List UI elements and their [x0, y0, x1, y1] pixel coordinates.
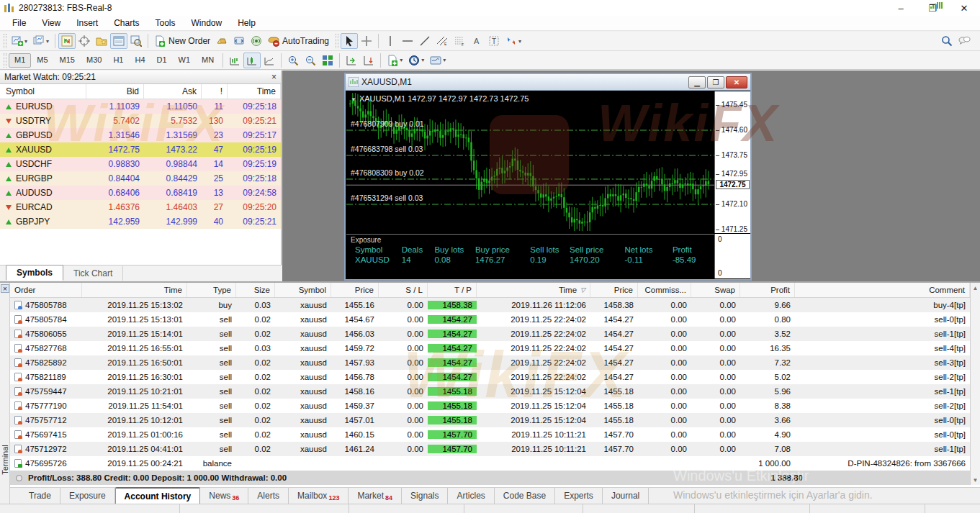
data-window-button[interactable] — [76, 33, 93, 49]
trendline-tool-button[interactable] — [416, 33, 433, 49]
menu-item-insert[interactable]: Insert — [68, 17, 106, 29]
menu-item-window[interactable]: Window — [184, 17, 230, 29]
history-row[interactable]: 4758211892019.11.25 16:30:01sell0.02xauu… — [10, 370, 970, 384]
timeframe-w1-button[interactable]: W1 — [173, 53, 197, 68]
chart-minimize-button[interactable]: ▁ — [688, 76, 706, 88]
market-watch-row[interactable]: XAUUSD1472.751473.224709:25:19 — [0, 142, 281, 157]
mw-column-[interactable]: ! — [202, 84, 228, 99]
candlestick-chart-button[interactable] — [243, 53, 261, 68]
terminal-tab-mailbox[interactable]: Mailbox123 — [289, 488, 349, 505]
history-column-sl[interactable]: S / L — [379, 283, 428, 297]
chart-close-button[interactable]: ✕ — [726, 76, 747, 88]
channel-tool-button[interactable]: E — [433, 33, 451, 49]
terminal-tab-market[interactable]: Market84 — [349, 488, 402, 505]
text-tool-button[interactable]: A — [468, 33, 485, 49]
minimize-button[interactable]: – — [885, 0, 917, 16]
arrows-tool-button[interactable]: ▾ — [503, 33, 524, 49]
terminal-tab-account-history[interactable]: Account History — [115, 487, 201, 505]
history-column-type[interactable]: Type — [187, 283, 236, 297]
history-row[interactable]: 4758057882019.11.25 15:13:02buy0.03xauus… — [10, 298, 970, 312]
terminal-toggle-button[interactable] — [110, 33, 127, 49]
history-row[interactable]: 4758057842019.11.25 15:13:01sell0.02xauu… — [10, 312, 970, 327]
chart-window-titlebar[interactable]: XAUUSD,M1 ▁ ❐ ✕ — [346, 74, 750, 91]
timeframe-m15-button[interactable]: M15 — [54, 53, 81, 68]
terminal-tab-alerts[interactable]: Alerts — [248, 488, 289, 504]
new-order-button[interactable]: New Order — [151, 33, 213, 49]
menu-item-help[interactable]: Help — [230, 17, 264, 29]
horizontal-line-tool-button[interactable] — [399, 33, 416, 49]
menu-item-tools[interactable]: Tools — [148, 17, 184, 29]
mw-column-symbol[interactable]: Symbol — [0, 84, 86, 99]
terminal-tab-journal[interactable]: Journal — [603, 488, 649, 504]
mw-column-time[interactable]: Time — [228, 84, 281, 99]
scroll-down-icon[interactable]: ▼ — [971, 475, 980, 485]
market-watch-toggle-button[interactable] — [58, 33, 76, 49]
search-button[interactable] — [938, 33, 956, 49]
price-chart[interactable]: ▼XAUUSD,M1 1472.97 1472.97 1472.73 1472.… — [346, 91, 714, 233]
timeframe-h1-button[interactable]: H1 — [107, 53, 129, 68]
metaeditor-button[interactable] — [230, 33, 248, 49]
terminal-close-icon[interactable]: × — [1, 284, 9, 293]
terminal-tab-news[interactable]: News36 — [200, 488, 248, 505]
line-chart-button[interactable] — [261, 53, 278, 68]
history-column-price[interactable]: Price — [590, 283, 638, 297]
periods-button[interactable]: ▾ — [405, 53, 427, 68]
history-row[interactable]: 4757771902019.11.25 11:54:01sell0.02xauu… — [10, 399, 970, 413]
chat-button[interactable] — [956, 33, 973, 49]
mw-tab-tick-chart[interactable]: Tick Chart — [63, 266, 123, 281]
history-column-time[interactable]: Time▽ — [477, 283, 590, 297]
autotrading-button[interactable]: AutoTrading — [265, 33, 332, 49]
chart-window[interactable]: XAUUSD,M1 ▁ ❐ ✕ ▼XAUUSD,M1 1472.97 1472.… — [344, 73, 752, 281]
scroll-up-icon[interactable]: ▲ — [971, 283, 980, 293]
mw-tab-symbols[interactable]: Symbols — [6, 265, 63, 281]
market-watch-row[interactable]: AUDUSD0.684060.684191309:24:58 — [0, 186, 281, 200]
vertical-line-tool-button[interactable] — [382, 33, 399, 49]
crosshair-tool-button[interactable] — [358, 33, 375, 49]
market-watch-row[interactable]: EURGBP0.844040.844292509:25:18 — [0, 171, 281, 186]
timeframe-m1-button[interactable]: M1 — [9, 53, 31, 68]
indicators-button[interactable]: ▾ — [384, 53, 405, 68]
toolbar-grip[interactable] — [4, 53, 6, 68]
history-column-comment[interactable]: Comment — [795, 283, 970, 297]
toolbar-grip[interactable] — [4, 34, 6, 48]
auto-scroll-button[interactable] — [360, 53, 377, 68]
close-button[interactable]: ✕ — [948, 0, 980, 16]
bar-chart-button[interactable] — [226, 53, 243, 68]
strategy-tester-button[interactable] — [127, 33, 145, 49]
toolbar-grip[interactable] — [336, 34, 338, 48]
history-column-order[interactable]: Order — [10, 283, 82, 297]
market-watch-row[interactable]: USDTRY5.74025.753213009:25:21 — [0, 114, 281, 128]
history-row[interactable]: 4756957262019.11.25 00:24:21balance1 000… — [10, 456, 970, 471]
history-column-time[interactable]: Time — [82, 283, 187, 297]
new-chart-button[interactable]: ▾ — [9, 33, 30, 49]
cursor-tool-button[interactable] — [341, 33, 358, 49]
terminal-tab-articles[interactable]: Articles — [448, 488, 494, 504]
market-watch-row[interactable]: EURUSD1.110391.110501109:25:18 — [0, 99, 281, 114]
tile-windows-button[interactable] — [319, 53, 336, 68]
history-row[interactable]: 4757577122019.11.25 10:12:01sell0.02xauu… — [10, 413, 970, 427]
templates-button[interactable]: ▾ — [427, 53, 449, 68]
market-watch-row[interactable]: EURCAD1.463761.464032709:25:20 — [0, 200, 281, 214]
history-row[interactable]: 4758258922019.11.25 16:50:01sell0.02xauu… — [10, 355, 970, 370]
history-row[interactable]: 4758060552019.11.25 15:14:01sell0.02xauu… — [10, 327, 970, 341]
mw-column-bid[interactable]: Bid — [86, 84, 144, 99]
zoom-out-button[interactable] — [302, 53, 319, 68]
history-row[interactable]: 4757594472019.11.25 10:21:01sell0.02xauu… — [10, 384, 970, 399]
timeframe-h4-button[interactable]: H4 — [129, 53, 150, 68]
timeframe-mn-button[interactable]: MN — [196, 53, 220, 68]
text-label-tool-button[interactable]: T — [485, 33, 503, 49]
terminal-tab-exposure[interactable]: Exposure — [60, 488, 115, 504]
terminal-tab-experts[interactable]: Experts — [555, 488, 603, 504]
timeframe-d1-button[interactable]: D1 — [151, 53, 173, 68]
history-column-swap[interactable]: Swap — [691, 283, 740, 297]
terminal-tab-signals[interactable]: Signals — [402, 488, 448, 504]
signals-button[interactable] — [248, 33, 265, 49]
history-row[interactable]: 4756974152019.11.25 01:00:16sell0.02xauu… — [10, 427, 970, 442]
chart-shift-button[interactable] — [343, 53, 360, 68]
history-column-size[interactable]: Size — [236, 283, 275, 297]
timeframe-m30-button[interactable]: M30 — [81, 53, 107, 68]
history-column-commiss[interactable]: Commiss... — [638, 283, 691, 297]
history-row[interactable]: 4757129722019.11.25 04:41:01sell0.02xauu… — [10, 442, 970, 456]
mw-column-ask[interactable]: Ask — [144, 84, 202, 99]
chart-restore-button[interactable]: ❐ — [707, 76, 724, 88]
